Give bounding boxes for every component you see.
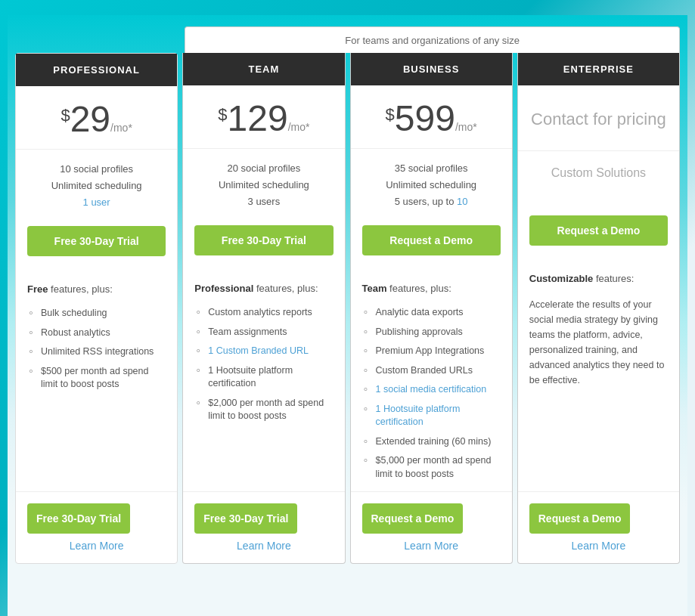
footer-cta-professional[interactable]: Free 30-Day Trial (27, 503, 130, 534)
cta-professional[interactable]: Free 30-Day Trial (27, 226, 166, 256)
team-banner: For teams and organizations of any size (185, 26, 680, 53)
footer-professional: Free 30-Day Trial Learn More (16, 491, 177, 563)
cta-enterprise[interactable]: Request a Demo (529, 215, 668, 246)
feature-item: $5,000 per month ad spend limit to boost… (362, 451, 501, 484)
feature-item: $2,000 per month ad spend limit to boost… (194, 394, 333, 426)
enterprise-description: Accelerate the results of your social me… (529, 293, 668, 392)
learn-more-team[interactable]: Learn More (194, 540, 333, 552)
feature-item: Custom analytics reports (194, 303, 333, 323)
description-team: 20 social profiles Unlimited scheduling … (183, 149, 344, 221)
feature-item: Bulk scheduling (27, 304, 166, 323)
pricing-professional: $29/mo* (16, 86, 177, 150)
feature-item: Extended training (60 mins) (362, 432, 501, 452)
pricing-business: $599/mo* (351, 85, 512, 149)
plan-professional: PROFESSIONAL $29/mo* 10 social profiles … (15, 53, 178, 564)
feature-item: 1 Hootsuite platform certification (194, 361, 333, 394)
cta-team[interactable]: Free 30-Day Trial (194, 225, 333, 255)
plan-team: TEAM $129/mo* 20 social profiles Unlimit… (182, 53, 345, 564)
learn-more-enterprise[interactable]: Learn More (529, 540, 668, 552)
features-business: Team features, plus: Analytic data expor… (351, 271, 512, 491)
feature-item: Team assignments (194, 323, 333, 342)
feature-item: 1 social media certification (362, 380, 501, 400)
features-team: Professional features, plus: Custom anal… (183, 271, 344, 491)
plan-header-team: TEAM (183, 53, 344, 85)
feature-list-team: Custom analytics reports Team assignment… (194, 303, 333, 426)
pricing-team: $129/mo* (183, 85, 344, 149)
footer-enterprise: Request a Demo Learn More (518, 491, 679, 563)
plan-header-professional: PROFESSIONAL (16, 54, 177, 86)
footer-cta-business[interactable]: Request a Demo (362, 503, 464, 534)
footer-business: Request a Demo Learn More (351, 491, 512, 563)
plan-business: BUSINESS $599/mo* 35 social profiles Unl… (350, 53, 513, 564)
banner-text: For teams and organizations of any size (345, 35, 520, 46)
description-professional: 10 social profiles Unlimited scheduling … (16, 150, 177, 222)
feature-item: Premium App Integrations (362, 342, 501, 361)
feature-item: 1 Custom Branded URL (194, 342, 333, 361)
footer-cta-team[interactable]: Free 30-Day Trial (194, 503, 297, 534)
price-contact-enterprise: Contact for pricing (529, 101, 668, 139)
pricing-enterprise: Contact for pricing (518, 85, 679, 151)
features-professional: Free features, plus: Bulk scheduling Rob… (16, 271, 177, 491)
pricing-page: For teams and organizations of any size … (15, 26, 680, 564)
feature-item: Analytic data exports (362, 303, 501, 323)
footer-cta-enterprise[interactable]: Request a Demo (529, 503, 631, 534)
learn-more-business[interactable]: Learn More (362, 540, 501, 552)
feature-item: Robust analytics (27, 323, 166, 343)
footer-team: Free 30-Day Trial Learn More (183, 491, 344, 563)
plan-header-business: BUSINESS (351, 53, 512, 85)
feature-list-business: Analytic data exports Publishing approva… (362, 303, 501, 484)
plans-grid: PROFESSIONAL $29/mo* 10 social profiles … (15, 53, 680, 564)
plan-enterprise: ENTERPRISE Contact for pricing Custom So… (517, 53, 680, 564)
learn-more-professional[interactable]: Learn More (27, 540, 166, 552)
plan-header-enterprise: ENTERPRISE (518, 53, 679, 85)
feature-item: Custom Branded URLs (362, 361, 501, 381)
description-enterprise: Custom Solutions (518, 151, 679, 212)
description-business: 35 social profiles Unlimited scheduling … (351, 149, 512, 221)
cta-business[interactable]: Request a Demo (362, 225, 501, 255)
features-enterprise: Customizable features: Accelerate the re… (518, 261, 679, 492)
feature-item: 1 Hootsuite platform certification (362, 400, 501, 432)
feature-item: Unlimited RSS integrations (27, 342, 166, 362)
feature-item: $500 per month ad spend limit to boost p… (27, 362, 166, 395)
feature-item: Publishing approvals (362, 323, 501, 342)
feature-list-professional: Bulk scheduling Robust analytics Unlimit… (27, 304, 166, 395)
